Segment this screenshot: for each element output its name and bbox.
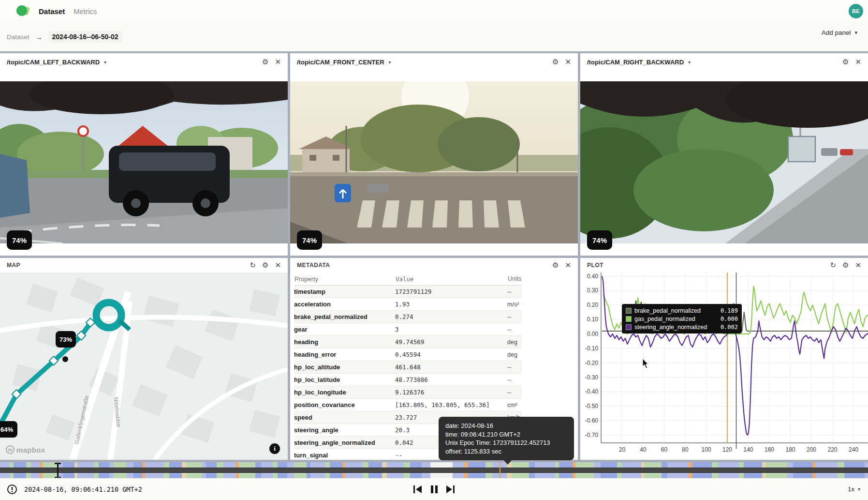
svg-text:100: 100 <box>701 446 711 453</box>
topic-label: /topic/CAM_RIGHT_BACKWARD <box>587 59 684 66</box>
tab-dataset[interactable]: Dataset <box>39 7 65 15</box>
top-nav-bar: Dataset Metrics BE <box>0 0 868 22</box>
svg-text:0.10: 0.10 <box>587 316 599 323</box>
table-row: acceleration1.93m/s² <box>294 298 522 311</box>
table-row: hp_loc_latitude48.773886-- <box>294 374 522 386</box>
avatar[interactable]: BE <box>849 4 863 18</box>
breadcrumb-current[interactable]: 2024-08-16--06-50-02 <box>48 31 122 43</box>
breadcrumb-root[interactable]: Dataset <box>7 33 29 41</box>
mapbox-wordmark: mapbox <box>16 446 45 454</box>
app-logo-icon <box>15 5 30 17</box>
chevron-down-icon: ▾ <box>858 486 860 492</box>
skip-forward-button[interactable] <box>445 485 456 494</box>
status-badge: 74% <box>587 230 612 250</box>
panel-plot: PLOT ↻ ⚙ ✕ 0.400.300.200.100.00-0.10-0.2… <box>580 258 868 460</box>
column-header: Units <box>507 273 522 286</box>
column-header: Value <box>395 273 507 286</box>
timeline-playhead[interactable] <box>500 462 500 478</box>
breadcrumb: Dataset → 2024-08-16--06-50-02 Add panel… <box>0 22 868 51</box>
svg-text:200: 200 <box>807 446 816 453</box>
table-row: heading_error0.45594deg <box>294 348 522 361</box>
topic-selector[interactable]: /topic/CAM_LEFT_BACKWARD ▾ <box>7 59 106 66</box>
svg-text:-0.60: -0.60 <box>585 417 599 424</box>
panel-map: MAP ↻ ⚙ ✕ <box>0 258 288 460</box>
status-badge: 64% <box>0 421 17 438</box>
plot-hover-legend: brake_pedal_normalized0.189gas_pedal_nor… <box>622 304 742 333</box>
tooltip-line: offset: 1125.833 sec <box>445 447 567 456</box>
refresh-icon[interactable]: ↻ <box>250 262 256 269</box>
close-icon[interactable]: ✕ <box>565 262 571 269</box>
gear-icon[interactable]: ⚙ <box>262 59 268 66</box>
table-row: timestamp1723791129-- <box>294 286 522 298</box>
time-icon <box>7 484 17 495</box>
tooltip-line: Unix Epoc Time: 1723791122.452713 <box>445 439 567 447</box>
playback-speed-dropdown[interactable]: 1x ▾ <box>848 478 860 500</box>
legend-row: brake_pedal_normalized0.189 <box>626 306 738 315</box>
tab-metrics[interactable]: Metrics <box>74 7 97 15</box>
topic-selector[interactable]: /topic/CAM_RIGHT_BACKWARD ▾ <box>587 59 691 66</box>
panel-grid: /topic/CAM_LEFT_BACKWARD ▾ ⚙ ✕ <box>0 51 868 462</box>
legend-row: steering_angle_normalized0.002 <box>626 323 738 331</box>
svg-text:-0.50: -0.50 <box>585 403 599 409</box>
panel-cam-left-backward: /topic/CAM_LEFT_BACKWARD ▾ ⚙ ✕ <box>0 53 288 256</box>
pause-button[interactable] <box>429 485 440 494</box>
table-row: brake_pedal_normalized0.274-- <box>294 311 522 323</box>
svg-text:60: 60 <box>661 446 668 453</box>
svg-text:-0.20: -0.20 <box>585 360 599 366</box>
gear-icon[interactable]: ⚙ <box>842 59 849 66</box>
gear-icon[interactable]: ⚙ <box>552 262 559 269</box>
svg-text:240: 240 <box>849 446 858 453</box>
panel-title: PLOT <box>587 262 603 269</box>
close-icon[interactable]: ✕ <box>275 59 281 66</box>
timeline-hover-cursor[interactable] <box>55 463 61 478</box>
topic-selector[interactable]: /topic/CAM_FRONT_CENTER ▾ <box>297 59 391 66</box>
mapbox-icon: m <box>6 445 15 454</box>
map-canvas[interactable]: Gallenklingenstraße Nittelwaldstr <box>0 273 288 460</box>
refresh-icon[interactable]: ↻ <box>830 262 836 269</box>
camera-image <box>0 81 288 243</box>
chevron-down-icon: ▾ <box>389 60 391 65</box>
topic-label: /topic/CAM_LEFT_BACKWARD <box>7 59 100 66</box>
close-icon[interactable]: ✕ <box>855 262 861 269</box>
table-row: hp_loc_altitude461.648-- <box>294 361 522 374</box>
gear-icon[interactable]: ⚙ <box>262 262 268 269</box>
skip-back-button[interactable] <box>412 485 423 494</box>
svg-text:-0.30: -0.30 <box>585 374 599 381</box>
close-icon[interactable]: ✕ <box>855 59 861 66</box>
legend-swatch-icon <box>626 324 632 330</box>
tooltip-line: time: 09:06:41.210 GMT+2 <box>445 430 567 439</box>
svg-text:180: 180 <box>785 446 795 453</box>
gear-icon[interactable]: ⚙ <box>552 59 559 66</box>
timeline-center-band <box>0 468 868 473</box>
status-badge: 74% <box>7 230 32 250</box>
close-icon[interactable]: ✕ <box>565 59 571 66</box>
svg-text:-0.40: -0.40 <box>585 388 599 395</box>
legend-row: gas_pedal_normalized0.000 <box>626 315 738 323</box>
table-row: gear3-- <box>294 323 522 336</box>
svg-text:0.00: 0.00 <box>587 331 599 337</box>
add-panel-button[interactable]: Add panel ▾ <box>822 29 857 36</box>
current-timestamp: 2024-08-16, 09:06:41.210 GMT+2 <box>24 485 142 493</box>
svg-text:0.20: 0.20 <box>587 302 599 308</box>
timeline-scrubber[interactable] <box>0 462 868 478</box>
current-position-dot <box>62 356 68 362</box>
tooltip-arrow <box>503 460 512 465</box>
map-info-button[interactable]: i <box>269 443 280 454</box>
svg-text:120: 120 <box>722 446 732 453</box>
gear-icon[interactable]: ⚙ <box>842 262 849 269</box>
playback-speed-value: 1x <box>848 485 854 493</box>
status-badge: 73% <box>56 331 76 348</box>
playback-bar: 2024-08-16, 09:06:41.210 GMT+2 1x ▾ <box>0 478 868 500</box>
table-header-row: Property Value Units <box>294 273 522 286</box>
panel-title: METADATA <box>297 262 330 269</box>
close-icon[interactable]: ✕ <box>275 262 281 269</box>
mapbox-attribution[interactable]: m mapbox <box>6 445 45 454</box>
status-badge: 74% <box>297 230 322 250</box>
panel-cam-front-center: /topic/CAM_FRONT_CENTER ▾ ⚙ ✕ <box>290 53 578 256</box>
chevron-down-icon: ▾ <box>104 60 106 65</box>
chevron-down-icon: ▾ <box>688 60 691 65</box>
legend-swatch-icon <box>626 308 632 314</box>
plot-chart[interactable]: 0.400.300.200.100.00-0.10-0.20-0.30-0.40… <box>580 273 868 460</box>
time-tooltip: date: 2024-08-16 time: 09:06:41.210 GMT+… <box>439 417 574 460</box>
series-steering_angle_normalized <box>602 276 868 435</box>
